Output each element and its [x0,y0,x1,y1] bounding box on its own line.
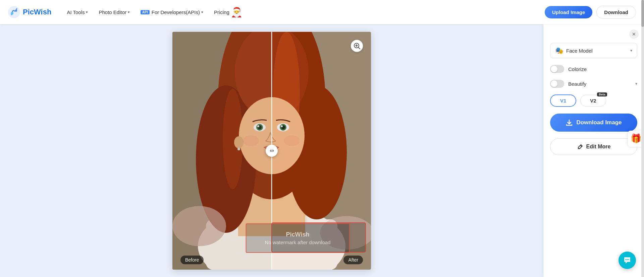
beautify-label: Beautify [568,81,631,87]
colorize-label: Colorize [568,66,637,72]
beautify-row: Beautify ▾ [550,80,637,88]
chevron-icon-photo-editor: ▾ [128,10,130,14]
before-label: Before [180,256,204,264]
split-divider-handle[interactable]: ⇔ [266,145,278,157]
face-model-selector[interactable]: 🎭 Face Model ▾ [550,43,637,58]
logo-text: PicWish [23,8,51,16]
logo[interactable]: PicWish [8,6,51,18]
main-content: PicWish No watermark after download ⇔ Be… [0,24,644,277]
download-icon [566,119,573,126]
colorize-toggle[interactable] [550,65,564,73]
api-badge: API [141,10,150,14]
beautify-toggle[interactable] [550,80,564,88]
edit-icon [577,143,584,150]
v2-button[interactable]: V2 Beta [580,95,606,107]
xmas-icon: 🎅 [231,7,243,18]
svg-point-2 [15,10,17,12]
svg-point-41 [626,259,627,260]
close-button[interactable]: ✕ [629,29,639,39]
svg-line-38 [359,47,360,49]
toggle-knob-beautify [551,80,557,87]
svg-point-0 [8,6,20,18]
svg-point-42 [627,259,628,260]
edit-more-label: Edit More [586,144,611,150]
beta-badge: Beta [597,92,607,96]
svg-point-1 [11,12,13,15]
chevron-down-beautify: ▾ [635,81,637,86]
chevron-icon-developers: ▾ [201,10,203,14]
header: PicWish AI Tools ▾ Photo Editor ▾ API Fo… [0,0,644,24]
nav-label-ai-tools: AI Tools [67,9,85,15]
image-area: PicWish No watermark after download ⇔ Be… [0,24,543,277]
scrollbar[interactable] [641,0,644,277]
nav-item-ai-tools[interactable]: AI Tools ▾ [62,7,93,18]
nav-label-pricing: Pricing [214,9,229,15]
chevron-icon-ai-tools: ▾ [86,10,88,14]
download-image-button[interactable]: Download Image [550,114,637,132]
chat-icon [623,256,632,265]
watermark-caption: No watermark after download [265,239,331,245]
watermark-overlay: PicWish No watermark after download [246,223,350,253]
nav-label-for-developers: For Developers(APIs) [152,9,200,15]
v2-label: V2 [590,98,596,103]
scrollbar-thumb[interactable] [641,0,644,27]
nav-item-photo-editor[interactable]: Photo Editor ▾ [94,7,135,18]
edit-more-button[interactable]: Edit More [550,138,637,155]
nav-item-for-developers[interactable]: API For Developers(APIs) ▾ [136,7,208,18]
colorize-row: Colorize [550,65,637,73]
face-model-label: Face Model [566,48,628,54]
zoom-in-icon[interactable] [351,40,363,52]
after-label: After [343,256,363,264]
right-panel: ✕ 🎭 Face Model ▾ Colorize Beautify ▾ V1 [543,24,644,277]
watermark-brand: PicWish [286,231,310,238]
nav-item-pricing[interactable]: Pricing 🎅 [209,4,247,20]
v1-button[interactable]: V1 [550,94,576,107]
download-image-label: Download Image [576,119,622,126]
close-icon: ✕ [632,31,636,37]
version-selector: V1 V2 Beta [550,94,637,107]
upload-image-button[interactable]: Upload Image [545,6,592,18]
face-model-icon: 🎭 [555,47,564,55]
nav-label-photo-editor: Photo Editor [99,9,126,15]
svg-point-43 [628,259,629,260]
image-container: PicWish No watermark after download ⇔ Be… [172,32,371,270]
toggle-knob-colorize [551,66,557,72]
svg-point-30 [284,135,300,146]
chevron-down-icon: ▾ [630,48,632,53]
header-actions: Upload Image Download [545,6,636,19]
svg-point-26 [281,125,283,127]
download-button[interactable]: Download [596,6,636,19]
main-nav: AI Tools ▾ Photo Editor ▾ API For Develo… [62,4,545,20]
chat-button[interactable] [619,252,636,269]
